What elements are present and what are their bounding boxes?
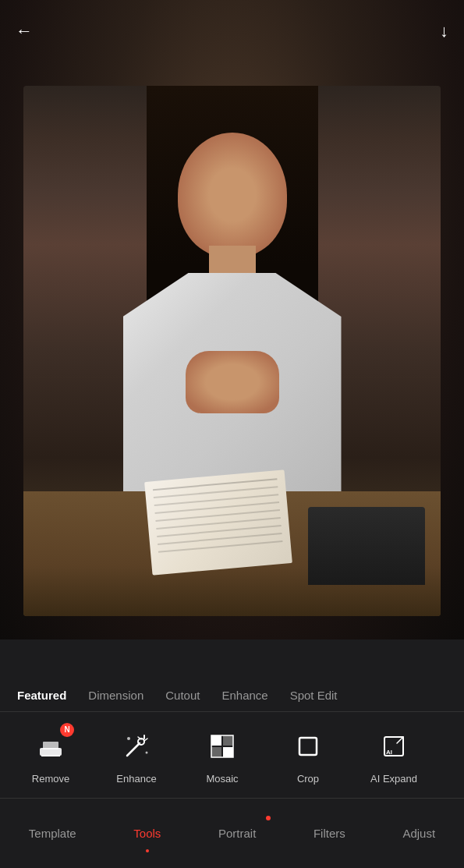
- svg-rect-11: [223, 735, 233, 746]
- enhance-icon: [121, 731, 152, 762]
- ai-expand-icon: AI: [378, 731, 409, 762]
- category-tab-spot-edit[interactable]: Spot Edit: [281, 684, 347, 707]
- category-tab-enhance[interactable]: Enhance: [212, 684, 277, 707]
- tool-remove[interactable]: N Remove: [8, 716, 94, 794]
- blue-circle-element: [378, 546, 433, 601]
- nav-template[interactable]: Template: [16, 820, 89, 846]
- top-bar: ← ↓: [0, 0, 464, 62]
- book-element: [144, 469, 292, 575]
- crop-label: Crop: [297, 773, 319, 785]
- portrait-dot: [266, 816, 271, 820]
- crop-icon: [292, 731, 324, 762]
- photo-background: [0, 0, 464, 639]
- crop-icon-wrap: [288, 726, 328, 767]
- remove-label: Remove: [32, 773, 69, 785]
- enhance-icon-wrap: [116, 726, 157, 767]
- nav-tools[interactable]: Tools: [121, 820, 173, 846]
- bottom-nav: Template Tools Portrait Filters Adjust: [0, 798, 464, 868]
- svg-text:AI: AI: [386, 749, 392, 756]
- mosaic-icon: [207, 731, 238, 762]
- svg-point-8: [127, 737, 130, 740]
- tool-mosaic[interactable]: Mosaic: [179, 716, 265, 794]
- photo-subject: [23, 86, 441, 616]
- svg-rect-12: [211, 747, 221, 757]
- enhance-label: Enhance: [116, 773, 156, 785]
- photo-frame: [23, 86, 441, 616]
- photo-area: [0, 0, 464, 639]
- svg-line-17: [397, 737, 403, 743]
- remove-badge: N: [60, 723, 74, 737]
- hands-element: [186, 351, 279, 413]
- bottom-toolbar: Featured Dimension Cutout Enhance Spot E…: [0, 639, 464, 868]
- svg-rect-1: [43, 742, 58, 749]
- category-tab-dimension[interactable]: Dimension: [79, 684, 153, 707]
- tool-de[interactable]: De...: [437, 716, 464, 794]
- remove-icon-wrap: N: [30, 726, 71, 767]
- de-icon-wrap: [459, 726, 464, 767]
- download-button[interactable]: ↓: [440, 21, 448, 41]
- svg-line-3: [127, 743, 140, 756]
- nav-filters[interactable]: Filters: [301, 820, 358, 846]
- mosaic-label: Mosaic: [206, 773, 238, 785]
- nav-portrait[interactable]: Portrait: [206, 820, 268, 846]
- svg-point-9: [146, 751, 148, 753]
- svg-rect-10: [211, 735, 221, 746]
- category-tab-cutout[interactable]: Cutout: [156, 684, 209, 707]
- tools-row: N Remove Enhance: [0, 712, 464, 798]
- svg-rect-15: [299, 738, 317, 755]
- tool-ai-expand[interactable]: AI AI Expand: [351, 716, 437, 794]
- category-tabs: Featured Dimension Cutout Enhance Spot E…: [0, 678, 464, 712]
- ai-expand-label: AI Expand: [370, 773, 417, 785]
- back-button[interactable]: ←: [16, 21, 33, 41]
- nav-adjust[interactable]: Adjust: [390, 820, 448, 846]
- tool-enhance[interactable]: Enhance: [94, 716, 179, 794]
- tool-crop[interactable]: Crop: [265, 716, 351, 794]
- mosaic-icon-wrap: [202, 726, 243, 767]
- face-element: [178, 133, 287, 257]
- category-tab-featured[interactable]: Featured: [8, 684, 76, 707]
- ai-expand-icon-wrap: AI: [374, 726, 414, 767]
- svg-rect-13: [223, 747, 233, 757]
